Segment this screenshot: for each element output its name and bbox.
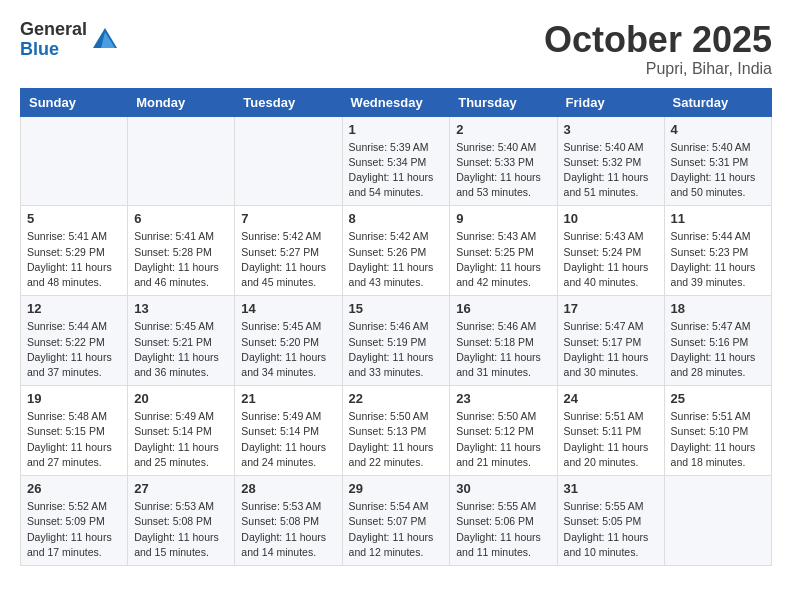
- calendar-table: SundayMondayTuesdayWednesdayThursdayFrid…: [20, 88, 772, 566]
- day-info: Sunrise: 5:44 AM Sunset: 5:23 PM Dayligh…: [671, 229, 765, 290]
- day-number: 3: [564, 122, 658, 137]
- day-info: Sunrise: 5:49 AM Sunset: 5:14 PM Dayligh…: [241, 409, 335, 470]
- calendar-day-2: 2Sunrise: 5:40 AM Sunset: 5:33 PM Daylig…: [450, 116, 557, 206]
- day-info: Sunrise: 5:44 AM Sunset: 5:22 PM Dayligh…: [27, 319, 121, 380]
- calendar-day-5: 5Sunrise: 5:41 AM Sunset: 5:29 PM Daylig…: [21, 206, 128, 296]
- day-info: Sunrise: 5:55 AM Sunset: 5:06 PM Dayligh…: [456, 499, 550, 560]
- calendar-day-1: 1Sunrise: 5:39 AM Sunset: 5:34 PM Daylig…: [342, 116, 450, 206]
- day-number: 29: [349, 481, 444, 496]
- day-info: Sunrise: 5:40 AM Sunset: 5:32 PM Dayligh…: [564, 140, 658, 201]
- day-number: 25: [671, 391, 765, 406]
- day-number: 8: [349, 211, 444, 226]
- calendar-empty-cell: [664, 476, 771, 566]
- day-info: Sunrise: 5:43 AM Sunset: 5:24 PM Dayligh…: [564, 229, 658, 290]
- day-info: Sunrise: 5:54 AM Sunset: 5:07 PM Dayligh…: [349, 499, 444, 560]
- calendar-week-row: 26Sunrise: 5:52 AM Sunset: 5:09 PM Dayli…: [21, 476, 772, 566]
- day-info: Sunrise: 5:40 AM Sunset: 5:31 PM Dayligh…: [671, 140, 765, 201]
- day-info: Sunrise: 5:39 AM Sunset: 5:34 PM Dayligh…: [349, 140, 444, 201]
- day-number: 18: [671, 301, 765, 316]
- day-info: Sunrise: 5:50 AM Sunset: 5:13 PM Dayligh…: [349, 409, 444, 470]
- calendar-week-row: 5Sunrise: 5:41 AM Sunset: 5:29 PM Daylig…: [21, 206, 772, 296]
- calendar-day-31: 31Sunrise: 5:55 AM Sunset: 5:05 PM Dayli…: [557, 476, 664, 566]
- day-info: Sunrise: 5:42 AM Sunset: 5:27 PM Dayligh…: [241, 229, 335, 290]
- day-number: 23: [456, 391, 550, 406]
- calendar-day-17: 17Sunrise: 5:47 AM Sunset: 5:17 PM Dayli…: [557, 296, 664, 386]
- calendar-day-20: 20Sunrise: 5:49 AM Sunset: 5:14 PM Dayli…: [128, 386, 235, 476]
- day-number: 5: [27, 211, 121, 226]
- day-number: 13: [134, 301, 228, 316]
- month-title: October 2025: [544, 20, 772, 60]
- day-number: 4: [671, 122, 765, 137]
- calendar-day-29: 29Sunrise: 5:54 AM Sunset: 5:07 PM Dayli…: [342, 476, 450, 566]
- calendar-empty-cell: [235, 116, 342, 206]
- day-info: Sunrise: 5:46 AM Sunset: 5:18 PM Dayligh…: [456, 319, 550, 380]
- day-number: 26: [27, 481, 121, 496]
- day-info: Sunrise: 5:43 AM Sunset: 5:25 PM Dayligh…: [456, 229, 550, 290]
- weekday-header-thursday: Thursday: [450, 88, 557, 116]
- calendar-week-row: 19Sunrise: 5:48 AM Sunset: 5:15 PM Dayli…: [21, 386, 772, 476]
- day-info: Sunrise: 5:41 AM Sunset: 5:29 PM Dayligh…: [27, 229, 121, 290]
- day-info: Sunrise: 5:40 AM Sunset: 5:33 PM Dayligh…: [456, 140, 550, 201]
- calendar-day-26: 26Sunrise: 5:52 AM Sunset: 5:09 PM Dayli…: [21, 476, 128, 566]
- day-number: 1: [349, 122, 444, 137]
- calendar-day-28: 28Sunrise: 5:53 AM Sunset: 5:08 PM Dayli…: [235, 476, 342, 566]
- day-info: Sunrise: 5:52 AM Sunset: 5:09 PM Dayligh…: [27, 499, 121, 560]
- day-info: Sunrise: 5:51 AM Sunset: 5:11 PM Dayligh…: [564, 409, 658, 470]
- calendar-day-23: 23Sunrise: 5:50 AM Sunset: 5:12 PM Dayli…: [450, 386, 557, 476]
- calendar-day-4: 4Sunrise: 5:40 AM Sunset: 5:31 PM Daylig…: [664, 116, 771, 206]
- day-info: Sunrise: 5:50 AM Sunset: 5:12 PM Dayligh…: [456, 409, 550, 470]
- calendar-day-18: 18Sunrise: 5:47 AM Sunset: 5:16 PM Dayli…: [664, 296, 771, 386]
- calendar-day-15: 15Sunrise: 5:46 AM Sunset: 5:19 PM Dayli…: [342, 296, 450, 386]
- calendar-empty-cell: [128, 116, 235, 206]
- day-number: 31: [564, 481, 658, 496]
- day-number: 12: [27, 301, 121, 316]
- day-info: Sunrise: 5:55 AM Sunset: 5:05 PM Dayligh…: [564, 499, 658, 560]
- day-number: 6: [134, 211, 228, 226]
- day-info: Sunrise: 5:45 AM Sunset: 5:20 PM Dayligh…: [241, 319, 335, 380]
- calendar-day-30: 30Sunrise: 5:55 AM Sunset: 5:06 PM Dayli…: [450, 476, 557, 566]
- calendar-week-row: 1Sunrise: 5:39 AM Sunset: 5:34 PM Daylig…: [21, 116, 772, 206]
- weekday-header-saturday: Saturday: [664, 88, 771, 116]
- calendar-day-27: 27Sunrise: 5:53 AM Sunset: 5:08 PM Dayli…: [128, 476, 235, 566]
- day-number: 11: [671, 211, 765, 226]
- calendar-day-22: 22Sunrise: 5:50 AM Sunset: 5:13 PM Dayli…: [342, 386, 450, 476]
- page-header: General Blue October 2025 Pupri, Bihar, …: [20, 20, 772, 78]
- day-number: 30: [456, 481, 550, 496]
- calendar-day-13: 13Sunrise: 5:45 AM Sunset: 5:21 PM Dayli…: [128, 296, 235, 386]
- day-number: 15: [349, 301, 444, 316]
- day-number: 7: [241, 211, 335, 226]
- calendar-day-10: 10Sunrise: 5:43 AM Sunset: 5:24 PM Dayli…: [557, 206, 664, 296]
- calendar-day-25: 25Sunrise: 5:51 AM Sunset: 5:10 PM Dayli…: [664, 386, 771, 476]
- day-info: Sunrise: 5:42 AM Sunset: 5:26 PM Dayligh…: [349, 229, 444, 290]
- weekday-header-sunday: Sunday: [21, 88, 128, 116]
- calendar-day-3: 3Sunrise: 5:40 AM Sunset: 5:32 PM Daylig…: [557, 116, 664, 206]
- calendar-day-24: 24Sunrise: 5:51 AM Sunset: 5:11 PM Dayli…: [557, 386, 664, 476]
- day-number: 17: [564, 301, 658, 316]
- logo-icon: [91, 26, 119, 54]
- weekday-header-row: SundayMondayTuesdayWednesdayThursdayFrid…: [21, 88, 772, 116]
- calendar-day-16: 16Sunrise: 5:46 AM Sunset: 5:18 PM Dayli…: [450, 296, 557, 386]
- day-number: 9: [456, 211, 550, 226]
- day-number: 22: [349, 391, 444, 406]
- day-info: Sunrise: 5:45 AM Sunset: 5:21 PM Dayligh…: [134, 319, 228, 380]
- day-info: Sunrise: 5:51 AM Sunset: 5:10 PM Dayligh…: [671, 409, 765, 470]
- calendar-day-7: 7Sunrise: 5:42 AM Sunset: 5:27 PM Daylig…: [235, 206, 342, 296]
- day-info: Sunrise: 5:41 AM Sunset: 5:28 PM Dayligh…: [134, 229, 228, 290]
- calendar-day-6: 6Sunrise: 5:41 AM Sunset: 5:28 PM Daylig…: [128, 206, 235, 296]
- calendar-day-9: 9Sunrise: 5:43 AM Sunset: 5:25 PM Daylig…: [450, 206, 557, 296]
- day-number: 24: [564, 391, 658, 406]
- day-number: 21: [241, 391, 335, 406]
- weekday-header-tuesday: Tuesday: [235, 88, 342, 116]
- day-info: Sunrise: 5:46 AM Sunset: 5:19 PM Dayligh…: [349, 319, 444, 380]
- logo: General Blue: [20, 20, 119, 60]
- weekday-header-wednesday: Wednesday: [342, 88, 450, 116]
- calendar-day-8: 8Sunrise: 5:42 AM Sunset: 5:26 PM Daylig…: [342, 206, 450, 296]
- logo-general-text: General: [20, 20, 87, 40]
- calendar-empty-cell: [21, 116, 128, 206]
- location: Pupri, Bihar, India: [544, 60, 772, 78]
- calendar-day-12: 12Sunrise: 5:44 AM Sunset: 5:22 PM Dayli…: [21, 296, 128, 386]
- calendar-day-14: 14Sunrise: 5:45 AM Sunset: 5:20 PM Dayli…: [235, 296, 342, 386]
- weekday-header-friday: Friday: [557, 88, 664, 116]
- day-number: 14: [241, 301, 335, 316]
- calendar-week-row: 12Sunrise: 5:44 AM Sunset: 5:22 PM Dayli…: [21, 296, 772, 386]
